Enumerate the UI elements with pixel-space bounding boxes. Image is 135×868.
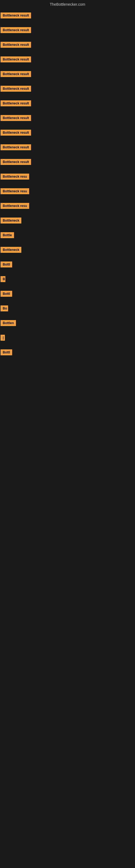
bottleneck-bar: Bottleneck result: [1, 71, 31, 77]
bar-row: Bottl: [0, 287, 135, 302]
bottleneck-bar: Bottleneck result: [1, 56, 31, 62]
bottleneck-bar: Bottleneck resu: [1, 188, 29, 194]
site-title: TheBottlenecker.com: [0, 0, 135, 9]
bar-row: Bottleneck resu: [0, 170, 135, 184]
bar-row: Bottleneck resu: [0, 199, 135, 214]
bar-row: Bottleneck result: [0, 67, 135, 82]
bar-row: Bottle: [0, 228, 135, 243]
bottleneck-bar: Bottl: [1, 349, 12, 355]
bottleneck-bar: Bottleneck result: [1, 115, 31, 121]
bottleneck-bar: Bottleneck result: [1, 42, 31, 48]
bottleneck-bar: Bo: [1, 305, 8, 311]
bottleneck-bar: Bottle: [1, 232, 14, 238]
bar-row: Bottlen: [0, 316, 135, 331]
bottleneck-bar: Bottleneck: [1, 247, 21, 253]
bar-row: |: [0, 331, 135, 346]
bar-row: B: [0, 272, 135, 287]
bar-row: Bottleneck result: [0, 97, 135, 111]
bottleneck-bar: Bottleneck result: [1, 159, 31, 165]
bottleneck-bar: Bottleneck result: [1, 144, 31, 150]
bottleneck-bar: Bottleneck: [1, 218, 21, 223]
bar-row: Bottleneck result: [0, 38, 135, 53]
bottleneck-bar: Bottleneck resu: [1, 174, 29, 180]
bar-row: Bottleneck result: [0, 53, 135, 67]
bar-row: Bottleneck result: [0, 23, 135, 38]
bar-row: Bottleneck result: [0, 9, 135, 23]
bottleneck-bar: Bottleneck result: [1, 100, 31, 106]
bar-row: Bottleneck result: [0, 155, 135, 170]
bottleneck-bar: Bottlen: [1, 320, 16, 326]
bottleneck-bar: Bottleneck result: [1, 12, 31, 19]
bars-container: Bottleneck resultBottleneck resultBottle…: [0, 9, 135, 360]
bar-row: Bottleneck result: [0, 82, 135, 97]
bottleneck-bar: Bottleneck result: [1, 130, 31, 135]
bar-row: Bottleneck result: [0, 111, 135, 126]
bar-row: Bottl: [0, 258, 135, 272]
bottleneck-bar: B: [1, 276, 5, 282]
bar-row: Bottleneck: [0, 214, 135, 228]
bar-row: Bottleneck result: [0, 126, 135, 141]
bottleneck-bar: Bottleneck resu: [1, 203, 29, 209]
bar-row: Bottleneck resu: [0, 184, 135, 199]
bottleneck-bar: Bottleneck result: [1, 86, 31, 92]
bottleneck-bar: Bottl: [1, 261, 12, 268]
bar-row: Bottleneck: [0, 243, 135, 258]
bar-row: Bo: [0, 302, 135, 316]
bottleneck-bar: Bottl: [1, 291, 12, 297]
bottleneck-bar: Bottleneck result: [1, 27, 31, 33]
bar-row: Bottleneck result: [0, 141, 135, 155]
bottleneck-bar: |: [1, 335, 5, 341]
bar-row: Bottl: [0, 346, 135, 360]
